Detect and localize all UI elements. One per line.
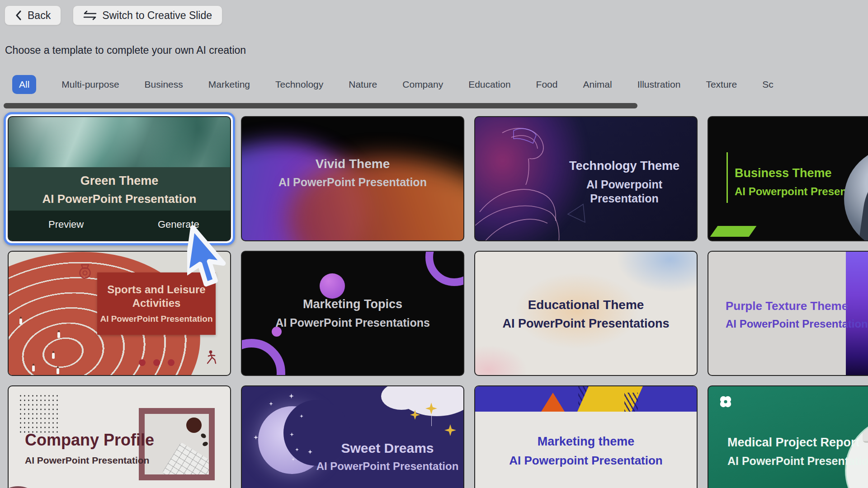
sports-title-panel: Sports and Leisure Activities AI PowerPo… — [97, 272, 216, 335]
card-text: Medical Project Report AI PowerPoint Pre… — [727, 435, 868, 468]
businessman-photo — [844, 147, 868, 241]
card-text: Marketing Topics AI PowerPoint Presentat… — [242, 297, 463, 330]
template-title: Technology Theme — [552, 159, 697, 174]
template-title: Company Profile — [25, 430, 154, 450]
runner-figure — [57, 368, 59, 374]
template-card-purple-texture[interactable]: Purple Texture Theme AI PowerPoint Prese… — [708, 251, 868, 376]
card-text: Educational Theme AI PowerPoint Presenta… — [475, 297, 697, 332]
template-subtitle: AI PowerPoint Presentation — [25, 455, 154, 466]
template-grid: Green Theme AI PowerPoint Presentation P… — [0, 0, 868, 488]
template-card-company-profile[interactable]: Company Profile AI PowerPoint Presentati… — [8, 385, 231, 488]
template-subtitle: AI Powerpoint Presentation — [552, 178, 697, 206]
decor-dot — [168, 359, 175, 366]
template-title: Purple Texture Theme — [726, 299, 868, 314]
template-subtitle: AI PowerPoint Presentation — [727, 454, 868, 468]
template-card-sports-leisure[interactable]: Sports and Leisure Activities AI PowerPo… — [8, 251, 231, 376]
template-title: Vivid Theme — [242, 156, 463, 172]
keyboard-photo — [162, 442, 215, 480]
star-sparkle — [254, 435, 258, 440]
template-subtitle: AI PowerPoint Presentation — [726, 317, 868, 331]
template-card-business-theme[interactable]: Business Theme AI Powerpoint Presentatio… — [708, 116, 868, 241]
template-card-vivid-theme[interactable]: Vivid Theme AI PowerPoint Presentation — [241, 116, 464, 241]
template-title: Marketing theme — [475, 434, 697, 450]
template-subtitle: AI PowerPoint Presentation — [9, 192, 230, 206]
card-text: Technology Theme AI Powerpoint Presentat… — [552, 159, 697, 206]
coffee-cup — [186, 418, 202, 433]
card-action-bar: Preview Generate — [9, 211, 230, 240]
template-subtitle: AI PowerPoint Presentation — [310, 460, 464, 473]
orange-triangle — [541, 393, 565, 412]
medal-icon — [77, 263, 93, 280]
generate-button[interactable]: Generate — [158, 219, 199, 230]
card-text: Purple Texture Theme AI PowerPoint Prese… — [726, 299, 868, 331]
template-title: Medical Project Report — [727, 435, 868, 450]
template-card-marketing-theme[interactable]: Marketing theme AI Powerpoint Presentati… — [474, 385, 698, 488]
template-title: Sports and Leisure Activities — [97, 283, 216, 310]
template-title: Educational Theme — [475, 297, 697, 313]
template-subtitle: AI PowerPoint Presentations — [475, 316, 697, 332]
template-title: Marketing Topics — [242, 297, 463, 312]
template-card-marketing-topics[interactable]: Marketing Topics AI PowerPoint Presentat… — [241, 251, 464, 376]
card-text: Marketing theme AI Powerpoint Presentati… — [475, 434, 697, 468]
preview-button[interactable]: Preview — [48, 219, 84, 230]
star-sparkle — [289, 394, 294, 399]
purple-circle — [320, 273, 345, 299]
runner-figure — [52, 353, 55, 359]
decor-dot — [153, 359, 160, 366]
star-sparkle — [269, 402, 273, 406]
template-subtitle: AI PowerPoint Presentation — [97, 314, 216, 324]
green-stripe — [866, 197, 868, 241]
decor-dot — [139, 359, 146, 366]
template-card-medical-report[interactable]: Medical Project Report AI PowerPoint Pre… — [708, 385, 868, 488]
template-card-green-theme[interactable]: Green Theme AI PowerPoint Presentation P… — [8, 116, 231, 241]
template-card-educational-theme[interactable]: Educational Theme AI PowerPoint Presenta… — [474, 251, 698, 376]
runner-figure — [57, 332, 60, 338]
template-subtitle: AI Powerpoint Presentation — [475, 453, 697, 468]
template-card-technology-theme[interactable]: Technology Theme AI Powerpoint Presentat… — [474, 116, 698, 241]
runner-icon — [205, 350, 220, 364]
card-text: Vivid Theme AI PowerPoint Presentation — [242, 156, 463, 189]
decor-item — [200, 432, 207, 439]
hatch-decor — [624, 393, 638, 412]
dot-grid-decor — [19, 394, 58, 435]
runner-figure — [32, 366, 35, 371]
decor-item — [202, 441, 208, 447]
card-text: Company Profile AI PowerPoint Presentati… — [25, 430, 154, 466]
purple-ring-bottom-left — [241, 339, 285, 376]
template-subtitle: AI PowerPoint Presentations — [242, 316, 463, 330]
green-parallelogram — [710, 226, 757, 237]
template-subtitle: AI PowerPoint Presentation — [242, 175, 463, 189]
maroon-corner-shape — [8, 486, 43, 488]
template-card-sweet-dreams[interactable]: Sweet Dreams AI PowerPoint Presentation — [241, 385, 464, 488]
header-band — [475, 386, 697, 412]
template-title: Sweet Dreams — [310, 440, 464, 457]
template-title: Green Theme — [9, 174, 230, 189]
purple-ring-top-right — [425, 251, 464, 286]
business-accent-line — [726, 152, 728, 203]
gold-star — [444, 424, 456, 436]
medical-clover-icon — [718, 394, 733, 409]
card-text: Sweet Dreams AI PowerPoint Presentation — [310, 440, 464, 473]
green-theme-title-band: Green Theme AI PowerPoint Presentation — [9, 167, 230, 212]
runner-figure — [19, 319, 22, 324]
